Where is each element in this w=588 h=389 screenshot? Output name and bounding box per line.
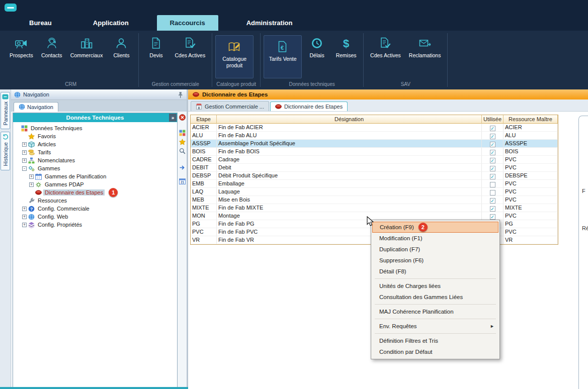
menu-tab-raccourcis[interactable]: Raccourcis (157, 15, 218, 31)
column-header-ressource-maitre[interactable]: Ressource Maître (503, 115, 558, 124)
menu-item-consultation-des-gammes-li-es[interactable]: Consultation des Gammes Liées (371, 291, 499, 303)
tree-item-config-propri-t-s[interactable]: +Config. Propriétés (13, 221, 177, 229)
utilisee-checkbox[interactable]: ✓ (490, 206, 495, 212)
tree-blocks-button[interactable] (179, 129, 186, 137)
utilisee-checkbox[interactable] (490, 190, 495, 196)
table-row[interactable]: DEBSPDébit Produit Spécifique✓DEBSPE (191, 172, 558, 180)
ribbon-button-reclamations[interactable]: Reclamations (405, 35, 445, 60)
table-row[interactable]: ACIERFin de Fab ACIER✓ACIER (191, 124, 558, 132)
tree-item-config-web[interactable]: +Config. Web (13, 213, 177, 221)
utilisee-checkbox[interactable]: ✓ (490, 126, 495, 131)
ribbon-button-contacts[interactable]: Contacts (38, 35, 66, 60)
expander-icon[interactable]: + (29, 182, 34, 187)
menu-item-env-requ-tes[interactable]: Env. Requêtes► (371, 321, 499, 332)
column-header-etape[interactable]: Etape (191, 115, 217, 124)
tree-item-dictionnaire-des-etapes[interactable]: Dictionnaire des Etapes1 (13, 188, 177, 197)
tree-calendar-button[interactable]: 21 (179, 177, 186, 185)
table-row[interactable]: DEBITDebit✓PVC (191, 164, 558, 172)
tarifs-icon: € (276, 40, 289, 53)
utilisee-checkbox[interactable]: ✓ (490, 198, 495, 204)
column-header-utilisee[interactable]: Utilisée (482, 115, 503, 124)
tree-item-articles[interactable]: +Articles (13, 140, 177, 148)
utilisee-checkbox[interactable] (490, 182, 495, 187)
expander-icon[interactable]: + (22, 150, 27, 155)
utilisee-checkbox[interactable]: ✓ (490, 150, 495, 155)
menu-item-duplication-f7[interactable]: Duplication (F7) (371, 244, 499, 255)
menu-tab-bureau[interactable]: Bureau (16, 15, 65, 31)
utilisee-checkbox[interactable]: ✓ (490, 158, 495, 163)
ribbon-button-prospects[interactable]: Prospects (6, 35, 37, 60)
ribbon-button-catalogue-produit[interactable]: Catalogue produit (215, 35, 254, 78)
utilisee-checkbox[interactable]: ✓ (490, 134, 495, 139)
expander-icon[interactable]: + (22, 207, 27, 211)
tree-item-ressources[interactable]: Ressources (13, 197, 177, 205)
tree-toolbar: 21 (178, 113, 187, 389)
tree-item-gammes[interactable]: -Gammes (13, 164, 177, 172)
utilisee-checkbox[interactable]: ✓ (490, 174, 495, 179)
table-row[interactable]: MIXTEFin de Fab MIXTE✓MIXTE (191, 204, 558, 212)
menu-tab-administration[interactable]: Administration (233, 15, 306, 31)
table-row[interactable]: CADRECadrage✓PVC (191, 156, 558, 164)
menu-item-d-tail-f8[interactable]: Détail (F8) (371, 266, 499, 277)
table-row[interactable]: LAQLaquagePVC (191, 188, 558, 196)
expander-icon[interactable]: + (22, 142, 27, 147)
expander-icon[interactable]: + (22, 223, 27, 227)
table-row[interactable]: ASSSPAssemblage Produit Spécifique✓ASSSP… (191, 140, 558, 148)
ribbon-button-cdes-actives[interactable]: Cdes Actives (171, 35, 209, 60)
utilisee-checkbox[interactable]: ✓ (490, 166, 495, 171)
ribbon-button-clients[interactable]: Clients (107, 35, 135, 60)
tree-item-favoris[interactable]: Favoris (13, 132, 177, 140)
menu-item-unit-s-de-charges-li-es[interactable]: Unités de Charges liées (371, 280, 499, 291)
tree-item-nomenclatures[interactable]: +Nomenclatures (13, 156, 177, 164)
menu-tab-application[interactable]: Application (80, 15, 142, 31)
tree-body: Données TechniquesFavoris+Articles+Tarif… (13, 122, 177, 388)
menu-item-suppression-f6[interactable]: Suppression (F6) (371, 255, 499, 266)
tree-search-button[interactable] (179, 147, 186, 155)
utilisee-checkbox[interactable]: ✓ (490, 214, 495, 220)
globe-icon (14, 91, 21, 98)
pdap-icon (35, 181, 42, 188)
content-header: Dictionnaire des Etapes (188, 89, 588, 100)
ribbon-button-tarifs-vente[interactable]: €Tarifs Vente (264, 35, 302, 78)
tree-item-gammes-pdap[interactable]: +Gammes PDAP (13, 180, 177, 188)
ribbon-button-cdes-actives[interactable]: Cdes Actives (367, 35, 404, 60)
ribbon-button-d-lais[interactable]: Délais (303, 35, 331, 60)
menu-item-modification-f1[interactable]: Modification (F1) (371, 233, 499, 244)
tree-item-config-commerciale[interactable]: +?Config. Commerciale (13, 205, 177, 213)
tree-item-donn-es-techniques[interactable]: Données Techniques (13, 124, 177, 132)
table-row[interactable]: BOISFin de Fab BOIS✓BOIS (191, 148, 558, 156)
tree-title: Données Techniques (66, 115, 124, 121)
expander-icon[interactable]: - (22, 166, 27, 171)
tab-gestion-commerciale[interactable]: Gestion Commerciale ... (191, 101, 269, 111)
menu-item-d-finition-filtres-et-tris[interactable]: Définition Filtres et Tris (371, 335, 499, 346)
side-tab-panneaux[interactable]: Panneaux (1, 92, 10, 129)
menu-separator (375, 278, 496, 279)
expander-icon[interactable]: + (29, 174, 34, 179)
tab-navigation[interactable]: Navigation (14, 102, 58, 112)
ribbon-button-commerciaux[interactable]: Commerciaux (67, 35, 107, 60)
tree-goto-button[interactable] (179, 164, 186, 171)
menu-item-condition-par-d-faut[interactable]: Condition par Défaut (371, 346, 499, 357)
menu-item-maj-coh-rence-planification[interactable]: MAJ Cohérence Planification (371, 306, 499, 317)
tree-favorite-button[interactable] (179, 138, 186, 146)
table-row[interactable]: ALUFin de Fab ALU✓ALU (191, 132, 558, 140)
side-tab-historique[interactable]: Historique (1, 132, 10, 170)
table-row[interactable]: MEBMise en Bois✓PVC (191, 196, 558, 204)
title-bar (0, 0, 588, 15)
tree-item-tarifs[interactable]: +Tarifs (13, 148, 177, 156)
tab-dictionnaire-des-etapes[interactable]: Dictionnaire des Etapes (270, 102, 348, 111)
app-logo-icon[interactable] (5, 4, 17, 12)
tree-collapse-button[interactable]: » (169, 114, 177, 122)
table-row[interactable]: EMBEmballagePVC (191, 180, 558, 188)
tree-close-button[interactable] (179, 114, 186, 121)
pin-icon[interactable] (177, 91, 184, 98)
ribbon-button-remises[interactable]: $Remises (332, 35, 360, 60)
menu-separator (375, 304, 496, 305)
ribbon-button-devis[interactable]: Devis (142, 35, 170, 60)
utilisee-checkbox[interactable]: ✓ (490, 142, 495, 147)
column-header-designation[interactable]: Désignation (217, 115, 482, 124)
menu-item-cr-ation-f9[interactable]: Création (F9)2 (372, 222, 498, 233)
tree-item-gammes-de-planification[interactable]: +Gammes de Planification (13, 172, 177, 180)
expander-icon[interactable]: + (22, 215, 27, 219)
expander-icon[interactable]: + (22, 158, 27, 163)
